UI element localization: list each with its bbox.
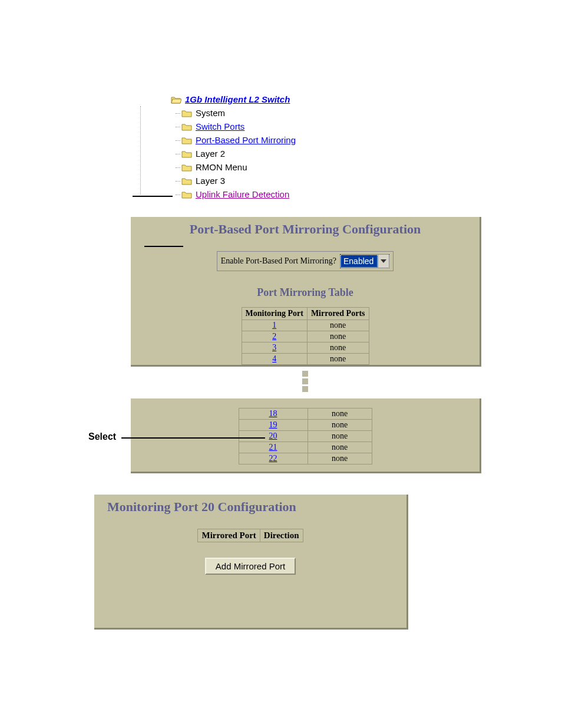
table-row: 19none [239, 420, 372, 431]
enable-mirroring-select[interactable]: Enabled [340, 254, 389, 268]
mirrored-cell: none [307, 342, 369, 354]
tree-item-uplink[interactable]: Uplink Failure Detection [196, 189, 289, 199]
tree-item-layer3[interactable]: Layer 3 [196, 176, 225, 186]
tree-item-rmon[interactable]: RMON Menu [196, 162, 247, 172]
mirrored-cell: none [307, 320, 369, 331]
tree-item-layer2[interactable]: Layer 2 [196, 149, 225, 159]
port-link[interactable]: 1 [272, 321, 276, 330]
table-row: 1none [242, 320, 369, 331]
enable-mirroring-label: Enable Port-Based Port Mirroring? [221, 256, 336, 266]
table-row: 22none [239, 453, 372, 465]
tree-root-link[interactable]: 1Gb Intelligent L2 Switch [185, 94, 290, 104]
tree-connector [140, 106, 141, 195]
port-link[interactable]: 21 [269, 443, 277, 452]
folder-closed-icon [181, 109, 192, 117]
add-mirrored-port-button[interactable]: Add Mirrored Port [205, 558, 296, 575]
table-ellipsis [131, 367, 480, 398]
nav-tree: 1Gb Intelligent L2 Switch System Switch … [135, 94, 562, 199]
mirrored-cell: none [308, 409, 372, 420]
select-callout-label: Select [88, 431, 116, 442]
col-mirrored-ports: Mirrored Ports [307, 308, 369, 320]
port-link[interactable]: 22 [269, 454, 277, 463]
col-direction: Direction [260, 529, 303, 542]
tree-item-port-mirroring[interactable]: Port-Based Port Mirroring [196, 135, 296, 145]
table-row: 2none [242, 331, 369, 342]
port-link[interactable]: 19 [269, 420, 277, 429]
port-link[interactable]: 2 [272, 332, 276, 341]
pointer-line-mirroring [144, 246, 183, 247]
table-row: 3none [242, 342, 369, 354]
port-link[interactable]: 18 [269, 409, 277, 418]
mirrored-cell: none [308, 431, 372, 442]
enable-mirroring-row: Enable Port-Based Port Mirroring? Enable… [217, 251, 394, 271]
table-row: 18none [239, 409, 372, 420]
chevron-down-icon [378, 255, 389, 268]
table-row: 20none [239, 431, 372, 442]
table-row: 4none [242, 354, 369, 365]
col-mirrored-port: Mirrored Port [198, 529, 260, 542]
mirrored-cell: none [308, 442, 372, 453]
folder-open-icon [171, 95, 181, 104]
monitoring-port-config-panel: Monitoring Port 20 Configuration Mirrore… [94, 495, 408, 630]
table-row: 21none [239, 442, 372, 453]
folder-closed-icon [181, 123, 192, 131]
select-callout-line [121, 437, 265, 439]
port-link[interactable]: 4 [272, 354, 276, 363]
mirrored-cell: none [307, 354, 369, 365]
mirroring-table-title: Port Mirroring Table [131, 286, 480, 299]
mirroring-table-top: Monitoring Port Mirrored Ports 1none 2no… [242, 307, 369, 365]
folder-closed-icon [181, 136, 192, 144]
col-monitoring-port: Monitoring Port [242, 308, 307, 320]
panel3-title: Monitoring Port 20 Configuration [94, 495, 406, 515]
tree-item-switch-ports[interactable]: Switch Ports [196, 121, 244, 131]
folder-closed-icon [181, 190, 192, 199]
panel1-title: Port-Based Port Mirroring Configuration [131, 217, 480, 237]
port-mirroring-config-panel: Port-Based Port Mirroring Configuration … [131, 217, 481, 367]
folder-closed-icon [181, 150, 192, 158]
folder-closed-icon [181, 177, 192, 185]
mirrored-port-direction-table: Mirrored Port Direction [197, 529, 303, 542]
folder-closed-icon [181, 163, 192, 172]
port-link[interactable]: 20 [269, 431, 277, 440]
port-mirroring-config-panel-continued: 18none 19none 20none 21none 22none [131, 398, 481, 473]
enable-mirroring-value: Enabled [340, 255, 378, 268]
mirrored-cell: none [308, 420, 372, 431]
tree-item-system[interactable]: System [196, 108, 225, 118]
mirrored-cell: none [308, 453, 372, 465]
mirrored-cell: none [307, 331, 369, 342]
mirroring-table-bottom: 18none 19none 20none 21none 22none [239, 408, 372, 465]
port-link[interactable]: 3 [272, 343, 276, 352]
